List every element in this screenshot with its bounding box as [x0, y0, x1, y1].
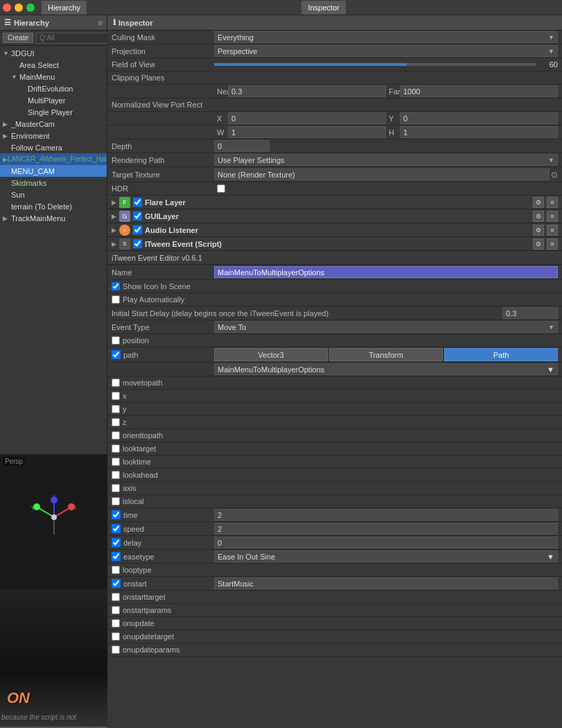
guilayer-settings-button[interactable]: ⚙ [533, 211, 544, 222]
lookahead-checkbox[interactable] [112, 471, 120, 479]
hierarchy-item-enviroment[interactable]: ▶ Enviroment [0, 130, 107, 141]
x-input[interactable] [228, 112, 386, 124]
hierarchy-title: Hierarchy [14, 19, 49, 27]
inspector-header: ℹ Inspector [107, 15, 562, 31]
looktime-row: looktime [107, 456, 562, 469]
y-input[interactable] [400, 112, 558, 124]
far-label: Far [389, 87, 398, 96]
audio-menu-button[interactable]: ≡ [547, 225, 558, 236]
hierarchy-item-mastercam[interactable]: ▶ _MasterCam [0, 118, 107, 130]
h-input[interactable] [400, 126, 558, 138]
flare-layer-checkbox[interactable] [133, 198, 142, 207]
path-button[interactable]: Path [444, 348, 558, 361]
hierarchy-item-terrain[interactable]: terrain (To Delete) [0, 200, 107, 212]
z-checkbox[interactable] [112, 418, 120, 426]
movetopath-checkbox[interactable] [112, 379, 120, 387]
onupdateparams-checkbox[interactable] [112, 645, 120, 654]
play-auto-checkbox[interactable] [112, 295, 120, 304]
tab-inspector[interactable]: Inspector [301, 1, 345, 15]
position-checkbox[interactable] [112, 336, 120, 345]
event-type-dropdown[interactable]: Move To ▼ [214, 321, 558, 333]
islocal-checkbox[interactable] [112, 497, 120, 505]
far-input[interactable] [400, 85, 558, 97]
target-texture-pick-icon[interactable]: ⊙ [551, 170, 558, 180]
onupdate-row: onupdate [107, 617, 562, 630]
guilayer-collapse-icon[interactable]: ▶ [112, 213, 116, 220]
speed-input[interactable] [214, 523, 558, 535]
looktime-checkbox[interactable] [112, 458, 120, 466]
inspector-title: Inspector [118, 19, 153, 27]
audio-collapse-icon[interactable]: ▶ [112, 227, 116, 234]
y-checkbox[interactable] [112, 405, 120, 413]
hierarchy-item-multiplayer[interactable]: MultiPlayer [0, 94, 107, 106]
path-dropdown[interactable]: MainMenuToMultiplayerOptions ▼ [214, 363, 558, 375]
create-button[interactable]: Create [3, 33, 33, 43]
rendering-path-dropdown[interactable]: Use Player Settings ▼ [214, 154, 558, 166]
onstartparams-checkbox[interactable] [112, 606, 120, 614]
flare-collapse-icon[interactable]: ▶ [112, 199, 116, 206]
vector3-button[interactable]: Vector3 [214, 348, 328, 361]
minimize-button[interactable] [15, 3, 23, 12]
hierarchy-item-lancer[interactable]: ▶ LANCER_4Wheels_Perfect_Halfsize [0, 153, 107, 165]
hierarchy-item-areaselect[interactable]: Area Select [0, 59, 107, 71]
name-input[interactable] [214, 266, 558, 278]
time-checkbox[interactable] [112, 510, 121, 519]
onstarttarget-checkbox[interactable] [112, 593, 120, 601]
culling-mask-dropdown[interactable]: Everything ▼ [214, 31, 558, 43]
show-icon-checkbox[interactable] [112, 282, 120, 291]
itween-menu-button[interactable]: ≡ [547, 239, 558, 250]
hierarchy-item-skidmarks[interactable]: Skidmarks [0, 177, 107, 189]
audio-listener-checkbox[interactable] [133, 225, 142, 234]
onstart-checkbox[interactable] [112, 579, 121, 588]
hierarchy-item-singleplayer[interactable]: Single Player [0, 106, 107, 118]
hierarchy-item-driftevolution[interactable]: DriftEvolution [0, 83, 107, 94]
onupdate-checkbox[interactable] [112, 619, 120, 627]
easetype-checkbox[interactable] [112, 552, 121, 561]
hierarchy-item-mainmenu[interactable]: ▼ MainMenu [0, 71, 107, 83]
position-row: position [107, 334, 562, 347]
tab-hierarchy[interactable]: Hierarchy [42, 1, 87, 15]
inspector-body[interactable]: Culling Mask Everything ▼ Projection Per… [107, 31, 562, 728]
maximize-button[interactable] [26, 3, 35, 12]
looptype-checkbox[interactable] [112, 566, 120, 574]
projection-dropdown[interactable]: Perspective ▼ [214, 45, 558, 57]
fov-slider[interactable] [214, 63, 536, 66]
delay-checkbox[interactable] [112, 538, 121, 547]
transform-button[interactable]: Transform [329, 348, 443, 361]
hierarchy-menu-icon[interactable]: ≡ [98, 19, 103, 27]
onstart-input[interactable] [214, 578, 558, 589]
delay-input[interactable] [214, 537, 558, 548]
hierarchy-item-trackmainmenu[interactable]: ▶ TrackMainMenu [0, 212, 107, 224]
target-texture-dropdown[interactable]: None (Render Texture) [214, 168, 550, 180]
speed-checkbox[interactable] [112, 524, 121, 533]
looktarget-checkbox[interactable] [112, 444, 120, 453]
flare-menu-button[interactable]: ≡ [547, 197, 558, 208]
itween-script-checkbox[interactable] [133, 239, 142, 248]
path-checkbox[interactable] [112, 350, 121, 359]
easetype-dropdown[interactable]: Ease In Out Sine ▼ [214, 551, 558, 562]
depth-input[interactable] [214, 140, 270, 152]
arrow-icon: ▼ [3, 50, 11, 57]
hierarchy-item-menucam[interactable]: MENU_CAM [0, 165, 107, 177]
initial-delay-input[interactable] [502, 307, 558, 319]
orienttopath-checkbox[interactable] [112, 431, 120, 440]
guilayer-menu-button[interactable]: ≡ [547, 211, 558, 222]
flare-settings-button[interactable]: ⚙ [533, 197, 544, 208]
x-checkbox[interactable] [112, 392, 120, 400]
axis-checkbox[interactable] [112, 484, 120, 492]
onupdatetarget-checkbox[interactable] [112, 632, 120, 641]
hierarchy-item-followcamera[interactable]: Follow Camera [0, 141, 107, 153]
itween-settings-button[interactable]: ⚙ [533, 239, 544, 250]
close-button[interactable] [3, 3, 11, 12]
hierarchy-item-sun[interactable]: Sun [0, 189, 107, 200]
w-input[interactable] [228, 126, 386, 138]
looktime-label: looktime [123, 458, 151, 466]
time-input[interactable] [214, 509, 558, 521]
audio-settings-button[interactable]: ⚙ [533, 225, 544, 236]
looktarget-label: looktarget [123, 444, 156, 453]
guilayer-checkbox[interactable] [133, 211, 142, 220]
itween-collapse-icon[interactable]: ▶ [112, 241, 116, 248]
hdr-checkbox[interactable] [217, 184, 225, 193]
near-input[interactable] [228, 85, 386, 97]
hierarchy-item-3dgui[interactable]: ▼ 3DGUI [0, 47, 107, 59]
